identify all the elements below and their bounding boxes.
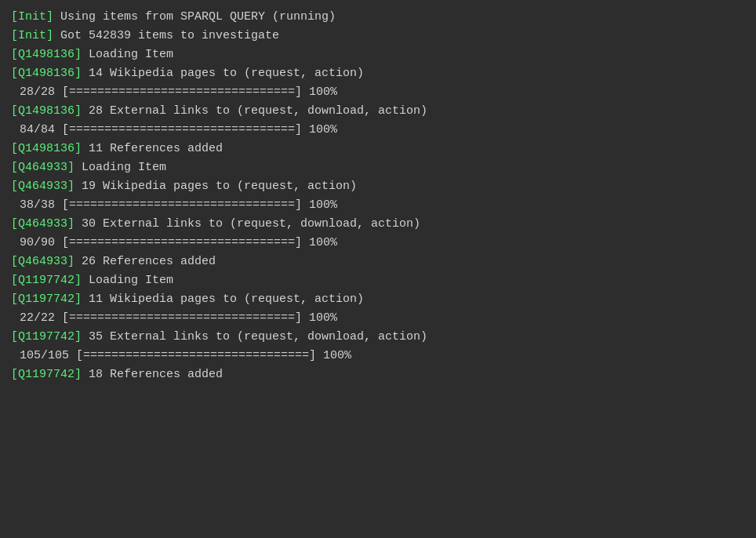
log-text: Loading Item [82, 271, 173, 290]
progress-bar: [================================] [69, 347, 316, 365]
terminal-line: 105/105 [===============================… [11, 347, 745, 365]
progress-percent: 100% [302, 309, 337, 328]
terminal-line: 84/84 [================================]… [11, 121, 745, 140]
terminal-window: [Init] Using items from SPARQL QUERY (ru… [0, 0, 756, 538]
log-text: Using items from SPARQL QUERY (running) [53, 8, 336, 27]
terminal-line: [Q1197742] 11 Wikipedia pages to (reques… [11, 290, 745, 309]
progress-percent: 100% [302, 234, 337, 253]
progress-bar: [================================] [55, 309, 302, 328]
log-label: [Q464933] [11, 215, 75, 234]
progress-percent: 100% [302, 196, 337, 215]
log-text: 11 References added [82, 140, 223, 158]
log-label: [Q1498136] [11, 102, 82, 121]
terminal-line: [Q1498136] 28 External links to (request… [11, 102, 745, 121]
progress-percent: 100% [302, 121, 337, 140]
progress-bar: [================================] [55, 83, 302, 102]
terminal-line: [Q1197742] Loading Item [11, 271, 745, 290]
log-text: Got 542839 items to investigate [53, 27, 279, 45]
progress-percent: 100% [316, 347, 351, 365]
terminal-line: 22/22 [================================]… [11, 309, 745, 328]
log-label: [Q464933] [11, 158, 75, 177]
log-label: [Q1197742] [11, 328, 82, 347]
log-label: [Q464933] [11, 177, 75, 196]
log-label: [Q1197742] [11, 290, 82, 309]
terminal-line: [Q464933] 19 Wikipedia pages to (request… [11, 177, 745, 196]
progress-counter: 84/84 [13, 121, 55, 140]
progress-percent: 100% [302, 83, 337, 102]
log-text: 18 References added [82, 365, 223, 384]
terminal-line: [Q464933] 30 External links to (request,… [11, 215, 745, 234]
log-label: [Q464933] [11, 253, 75, 271]
log-text: Loading Item [82, 45, 173, 64]
terminal-line: [Init] Using items from SPARQL QUERY (ru… [11, 8, 745, 27]
progress-counter: 90/90 [13, 234, 55, 253]
progress-bar: [================================] [55, 121, 302, 140]
terminal-line: 90/90 [================================]… [11, 234, 745, 253]
log-text: 30 External links to (request, download,… [75, 215, 420, 234]
log-label: [Q1498136] [11, 64, 82, 83]
terminal-line: 28/28 [================================]… [11, 83, 745, 102]
terminal-line: [Q1498136] 11 References added [11, 140, 745, 158]
terminal-line: [Q1498136] 14 Wikipedia pages to (reques… [11, 64, 745, 83]
log-text: 14 Wikipedia pages to (request, action) [82, 64, 364, 83]
log-label: [Q1498136] [11, 140, 82, 158]
progress-bar: [================================] [55, 234, 302, 253]
terminal-line: [Q1498136] Loading Item [11, 45, 745, 64]
terminal-line: [Q464933] 26 References added [11, 253, 745, 271]
progress-counter: 22/22 [13, 309, 55, 328]
log-text: 35 External links to (request, download,… [82, 328, 427, 347]
log-text: Loading Item [75, 158, 166, 177]
log-label: [Q1498136] [11, 45, 82, 64]
progress-bar: [================================] [55, 196, 302, 215]
terminal-line: [Q1197742] 35 External links to (request… [11, 328, 745, 347]
progress-counter: 105/105 [13, 347, 69, 365]
progress-counter: 38/38 [13, 196, 55, 215]
log-label: [Init] [11, 27, 53, 45]
terminal-line: [Q1197742] 18 References added [11, 365, 745, 384]
log-text: 19 Wikipedia pages to (request, action) [75, 177, 357, 196]
terminal-line: 38/38 [================================]… [11, 196, 745, 215]
progress-counter: 28/28 [13, 83, 55, 102]
log-label: [Init] [11, 8, 53, 27]
log-label: [Q1197742] [11, 271, 82, 290]
log-text: 28 External links to (request, download,… [82, 102, 427, 121]
terminal-line: [Init] Got 542839 items to investigate [11, 27, 745, 45]
terminal-line: [Q464933] Loading Item [11, 158, 745, 177]
log-text: 11 Wikipedia pages to (request, action) [82, 290, 364, 309]
log-label: [Q1197742] [11, 365, 82, 384]
log-text: 26 References added [75, 253, 216, 271]
